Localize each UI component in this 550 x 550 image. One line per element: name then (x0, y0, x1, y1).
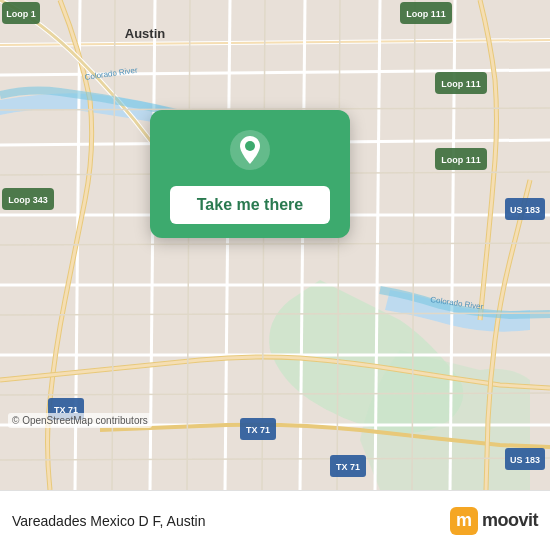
svg-point-52 (245, 141, 255, 151)
svg-text:Austin: Austin (125, 26, 166, 41)
moovit-logo: m moovit (450, 507, 538, 535)
svg-text:US 183: US 183 (510, 455, 540, 465)
moovit-m-icon: m (450, 507, 478, 535)
moovit-brand-text: moovit (482, 510, 538, 531)
bottom-bar: Vareadades Mexico D F, Austin m moovit (0, 490, 550, 550)
svg-text:TX 71: TX 71 (336, 462, 360, 472)
location-pin-icon (228, 128, 272, 172)
location-name: Vareadades Mexico D F, Austin (12, 513, 206, 529)
svg-text:Loop 1: Loop 1 (6, 9, 36, 19)
map-copyright: © OpenStreetMap contributors (8, 413, 152, 428)
svg-text:US 183: US 183 (510, 205, 540, 215)
svg-text:Loop 111: Loop 111 (441, 79, 481, 89)
map-view: Loop 1 Austin Loop 111 Loop 111 Loop 111… (0, 0, 550, 490)
navigation-popup: Take me there (150, 110, 350, 238)
svg-text:Loop 343: Loop 343 (8, 195, 48, 205)
svg-text:TX 71: TX 71 (246, 425, 270, 435)
svg-text:Loop 111: Loop 111 (406, 9, 446, 19)
take-me-there-button[interactable]: Take me there (170, 186, 330, 224)
svg-text:Loop 111: Loop 111 (441, 155, 481, 165)
